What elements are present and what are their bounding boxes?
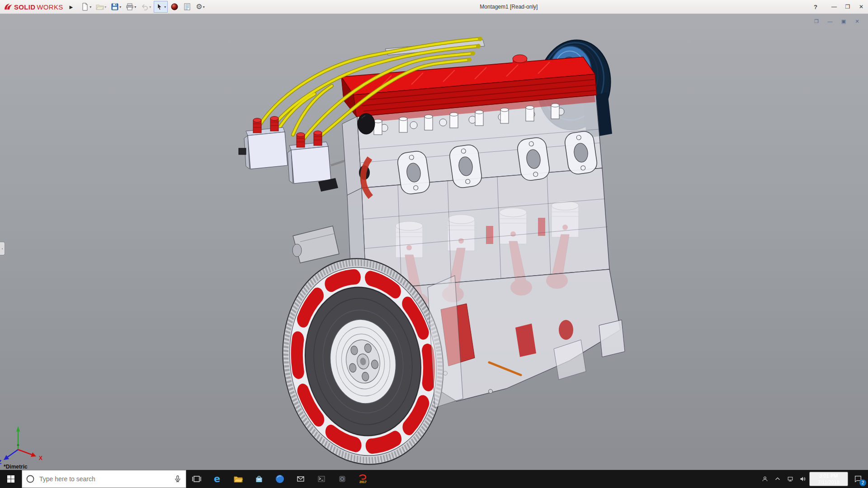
store-bag-icon [254,474,264,484]
engine-assembly-model: X Z [0,14,868,470]
menu-flyout-arrow-icon[interactable]: ▶ [65,0,78,14]
doc-minimize-icon[interactable]: — [826,17,835,25]
people-icon [761,474,769,483]
cortana-icon [26,474,35,483]
solidworks-2017-button[interactable]: 2017 [353,470,373,488]
document-window-controls: ❐ — ▣ ✕ [812,17,862,25]
app-icon [337,474,347,484]
chevron-up-icon [774,475,781,483]
options-button[interactable]: ⚙ ▾ [194,1,206,13]
solidworks-window: SOLIDWORKS ▶ ▾ ▾ ▾ [0,0,868,488]
windows-logo-icon [7,475,15,483]
help-button[interactable]: ? [811,3,820,11]
doc-close-icon[interactable]: ✕ [853,17,862,25]
file-explorer-button[interactable] [228,470,249,488]
dropdown-caret-icon[interactable]: ▾ [119,5,121,9]
new-document-icon [81,3,89,11]
featuremanager-collapse-tab[interactable]: ‹ [0,242,5,255]
logo-text-works: WORKS [37,3,63,11]
dropdown-caret-icon[interactable]: ▾ [90,5,91,9]
triad-z-label: Z [0,459,1,465]
select-cursor-icon [156,3,164,11]
open-folder-icon [96,3,104,11]
save-button[interactable]: ▾ [109,1,123,13]
print-button[interactable]: ▾ [124,1,138,13]
system-tray: 3:01 PM 7/11/2018 2 [759,470,868,488]
action-center-button[interactable]: 2 [848,470,868,488]
dropdown-caret-icon[interactable]: ▾ [203,5,205,9]
start-button[interactable] [0,470,22,488]
appearance-button[interactable] [169,1,180,13]
orientation-triad: X Z [0,426,42,465]
store-button[interactable] [249,470,269,488]
command-prompt-button[interactable] [311,470,332,488]
notification-badge: 2 [859,479,866,486]
network-icon [787,474,794,483]
appearance-sphere-icon [170,3,179,11]
windows-taskbar: e [0,470,868,488]
triad-x-label: X [39,455,42,461]
graphics-area[interactable]: X Z ❐ — ▣ ✕ ‹ *Dimetric [0,14,868,470]
search-input[interactable] [38,475,170,483]
dropdown-caret-icon[interactable]: ▾ [104,5,106,9]
dropdown-caret-icon[interactable]: ▾ [149,5,151,9]
dropdown-caret-icon[interactable]: ▾ [164,5,166,9]
clock-date: 7/11/2018 [811,479,846,485]
select-button[interactable]: ▾ [154,1,168,13]
solidworks-2017-icon: 2017 [358,474,368,484]
hidden-icons-button[interactable] [771,470,784,488]
title-region: Montagem1 [Read-only] [207,4,811,10]
doc-tile-icon[interactable]: ▣ [839,17,848,25]
print-icon [126,3,134,11]
file-explorer-icon [233,474,243,484]
document-title: Montagem1 [Read-only] [480,4,538,10]
minimize-button[interactable]: — [827,0,841,14]
dropdown-caret-icon[interactable]: ▾ [134,5,136,9]
task-view-icon [192,474,202,484]
open-button[interactable]: ▾ [94,1,108,13]
view-orientation-label: *Dimetric [4,464,28,470]
solidworks-logo: SOLIDWORKS [0,3,65,11]
taskbar-search[interactable] [22,470,186,488]
blue-circle-app-icon [275,474,285,484]
taskbar-clock[interactable]: 3:01 PM 7/11/2018 [809,472,848,487]
command-prompt-icon [316,474,326,484]
svg-text:2017: 2017 [359,480,367,483]
main-toolbar: ▾ ▾ ▾ ▾ [77,1,206,13]
undo-button[interactable]: ▾ [139,1,153,13]
new-document-button[interactable]: ▾ [79,1,93,13]
volume-button[interactable] [797,470,809,488]
svg-text:e: e [214,474,220,484]
titlebar: SOLIDWORKS ▶ ▾ ▾ ▾ [0,0,868,14]
save-icon [111,3,119,11]
engine-mount [292,226,339,263]
close-button[interactable]: ✕ [854,0,868,14]
document-properties-button[interactable] [181,1,193,13]
clock-time: 3:01 PM [811,473,846,479]
microphone-icon[interactable] [173,474,182,483]
logo-text-solid: SOLID [14,3,35,11]
network-button[interactable] [784,470,797,488]
blue-circle-app-button[interactable] [269,470,290,488]
task-view-button[interactable] [186,470,207,488]
people-button[interactable] [759,470,771,488]
document-properties-icon [183,3,191,11]
window-controls: ? — ❐ ✕ [811,0,868,14]
undo-icon [141,3,149,11]
edge-icon: e [212,474,223,484]
ds-logo-mark-icon [4,3,13,11]
mail-button[interactable] [290,470,311,488]
options-gear-icon: ⚙ [196,3,202,10]
volume-icon [799,474,807,483]
edge-browser-button[interactable]: e [207,470,228,488]
maximize-button[interactable]: ❐ [841,0,854,14]
mail-icon [296,474,306,484]
doc-restore-icon[interactable]: ❐ [812,17,821,25]
app-button[interactable] [332,470,353,488]
